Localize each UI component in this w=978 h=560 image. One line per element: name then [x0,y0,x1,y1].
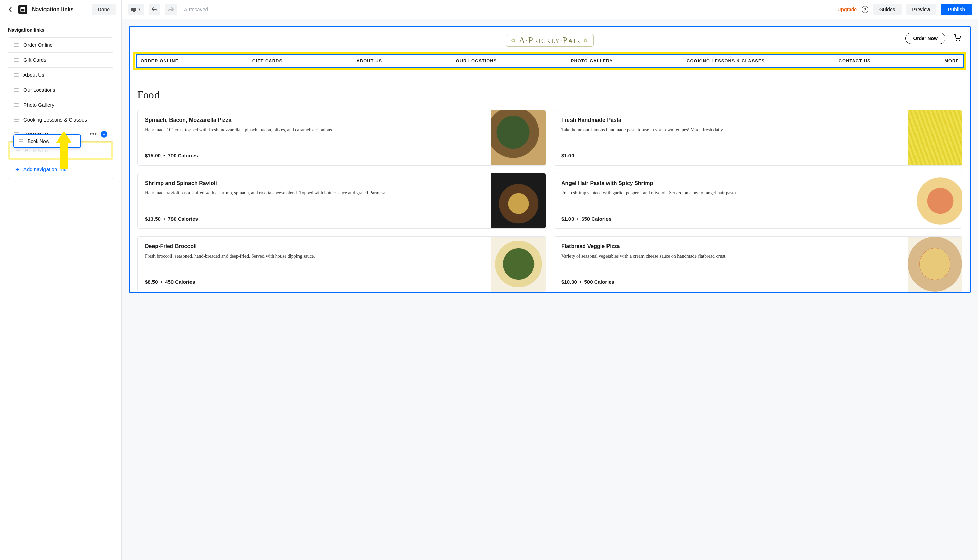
nav-item-label: Book Now! [25,148,50,153]
undo-icon [152,7,158,12]
menu-item-name: Flatbread Veggie Pizza [561,243,900,250]
section-title: Food [137,88,962,101]
site-header: ✿ A·Prickly·Pair ✿ Order Now [130,27,970,52]
site-nav-link[interactable]: GIFT CARDS [252,58,282,63]
nav-item-label: About Us [23,72,45,78]
site-logo-text: A·Prickly·Pair [519,36,581,45]
panel-body: Navigation links Order Online Gift Cards… [0,19,121,186]
menu-card[interactable]: Deep-Fried BroccoliFresh broccoli, seaso… [137,236,546,292]
menu-card[interactable]: Flatbread Veggie PizzaVariety of seasona… [554,236,962,292]
site-nav-link[interactable]: ORDER ONLINE [140,58,178,63]
menu-item-image [908,110,962,165]
menu-item-desc: Handmade ravioli pasta stuffed with a sh… [145,190,484,197]
done-button[interactable]: Done [92,4,116,15]
menu-item-price: $13.50 • 780 Calories [145,216,484,222]
nav-item-label: Cooking Lessons & Classes [23,117,87,123]
site-content: Food Spinach, Bacon, Mozzarella PizzaHan… [130,73,970,292]
menu-item-image [908,237,962,292]
plus-icon: ＋ [14,165,19,174]
nav-item-label: Photo Gallery [23,102,54,108]
menu-item-name: Spinach, Bacon, Mozzarella Pizza [145,117,484,123]
more-options-icon[interactable]: ••• [90,131,97,138]
drag-handle-icon[interactable] [16,149,20,152]
menu-grid: Spinach, Bacon, Mozzarella PizzaHandmade… [137,110,962,292]
nav-list: Order Online Gift Cards About Us Our Loc… [8,37,113,179]
cart-icon[interactable] [953,34,962,42]
menu-card[interactable]: Shrimp and Spinach RavioliHandmade ravio… [137,173,546,229]
nav-item[interactable]: Our Locations [8,82,113,97]
menu-item-name: Fresh Handmade Pasta [561,117,900,123]
nav-item[interactable]: Order Online [8,38,113,53]
dragging-item[interactable]: Book Now! [13,134,81,148]
panel-title: Navigation links [32,7,87,13]
nav-item-label: Order Online [23,42,53,48]
site-nav-link[interactable]: PHOTO GALLERY [571,58,613,63]
undo-button[interactable] [149,4,160,15]
menu-item-price: $1.00 [561,153,900,158]
upgrade-link[interactable]: Upgrade [838,7,857,12]
site-nav-wrapper: ORDER ONLINE GIFT CARDS ABOUT US OUR LOC… [130,52,970,73]
help-icon[interactable]: ? [861,6,868,13]
site-nav-link[interactable]: CONTACT US [839,58,871,63]
redo-button[interactable] [165,4,177,15]
desktop-icon [131,7,137,12]
drag-handle-icon[interactable] [19,140,23,143]
dragging-item-label: Book Now! [27,138,51,144]
add-link-label: Add navigation link [23,166,66,172]
menu-item-name: Shrimp and Spinach Ravioli [145,180,484,186]
menu-item-desc: Variety of seasonal vegetables with a cr… [561,253,900,260]
menu-card[interactable]: Spinach, Bacon, Mozzarella PizzaHandmade… [137,110,546,166]
editor-top-bar: ▼ Autosaved Upgrade ? Guides Preview Pub… [122,0,978,19]
panel-header: Navigation links Done [0,0,121,19]
order-now-button[interactable]: Order Now [905,33,945,44]
site-nav-link[interactable]: ABOUT US [357,58,382,63]
menu-card[interactable]: Angel Hair Pasta with Spicy ShrimpFresh … [554,173,962,229]
site-logo[interactable]: ✿ A·Prickly·Pair ✿ [506,34,594,47]
guides-button[interactable]: Guides [873,4,901,15]
menu-item-name: Deep-Fried Broccoli [145,243,484,250]
drag-handle-icon[interactable] [14,58,19,62]
menu-item-desc: Handmade 10" crust topped with fresh moz… [145,127,484,133]
nav-item[interactable]: Cooking Lessons & Classes [8,112,113,127]
nav-item-label: Our Locations [23,87,55,93]
menu-item-name: Angel Hair Pasta with Spicy Shrimp [561,180,900,186]
menu-item-price: $15.00 • 700 Calories [145,153,484,158]
svg-rect-3 [133,11,135,12]
caret-down-icon: ▼ [138,8,141,11]
svg-rect-2 [132,8,136,11]
drag-handle-icon[interactable] [14,118,19,122]
site-nav-link[interactable]: COOKING LESSONS & CLASSES [687,58,765,63]
menu-item-desc: Take home our famous handmade pasta to u… [561,127,900,133]
menu-item-desc: Fresh broccoli, seasoned, hand-breaded a… [145,253,484,260]
svg-point-5 [959,40,960,41]
site-nav-highlight: ORDER ONLINE GIFT CARDS ABOUT US OUR LOC… [133,52,966,70]
device-preview-button[interactable]: ▼ [128,4,144,15]
publish-button[interactable]: Publish [941,4,972,15]
drag-handle-icon[interactable] [14,88,19,92]
editor-area: ▼ Autosaved Upgrade ? Guides Preview Pub… [122,0,978,560]
drag-handle-icon[interactable] [14,103,19,107]
site-canvas[interactable]: ✿ A·Prickly·Pair ✿ Order Now ORDER ONLIN… [129,27,971,293]
add-sub-item-button[interactable]: ＋ [100,131,107,138]
site-nav-link[interactable]: MORE [945,58,959,63]
menu-item-price: $8.50 • 450 Calories [145,279,484,285]
nav-item[interactable]: About Us [8,68,113,82]
drag-handle-icon[interactable] [14,43,19,47]
add-navigation-link[interactable]: ＋ Add navigation link [8,160,113,179]
back-button[interactable] [7,6,13,13]
section-label: Navigation links [8,26,113,37]
site-nav[interactable]: ORDER ONLINE GIFT CARDS ABOUT US OUR LOC… [136,54,964,68]
nav-item[interactable]: Photo Gallery [8,97,113,112]
drag-handle-icon[interactable] [14,73,19,77]
canvas-wrap: ✿ A·Prickly·Pair ✿ Order Now ORDER ONLIN… [122,19,978,560]
nav-item[interactable]: Gift Cards [8,53,113,68]
side-panel: Navigation links Done Navigation links O… [0,0,122,560]
menu-item-desc: Fresh shrimp sauteed with garlic, pepper… [561,190,900,197]
menu-item-image [491,237,546,292]
preview-button[interactable]: Preview [906,4,936,15]
nav-item-label: Gift Cards [23,57,47,63]
menu-card[interactable]: Fresh Handmade PastaTake home our famous… [554,110,962,166]
menu-item-price: $10.00 • 500 Calories [561,279,900,285]
site-nav-link[interactable]: OUR LOCATIONS [456,58,497,63]
redo-icon [168,7,174,12]
